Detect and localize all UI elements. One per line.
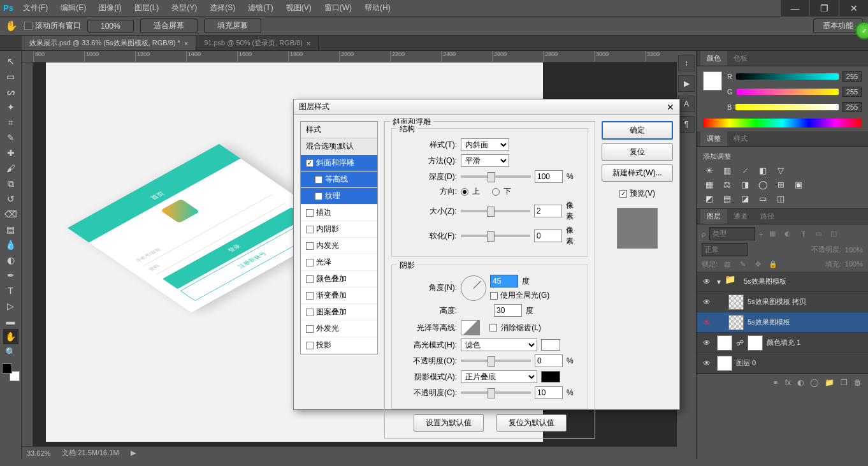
channels-tab[interactable]: 通道 [727,209,754,224]
new-layer-icon[interactable]: ❐ [841,378,848,387]
shape-tool[interactable]: ▬ [3,314,18,329]
mask-icon[interactable]: ◐ [797,378,804,387]
marquee-tool[interactable]: ▭ [3,69,18,84]
g-slider[interactable] [737,89,839,95]
eraser-tool[interactable]: ⌫ [3,207,18,222]
sync-badge[interactable]: ✓ [855,22,868,40]
highlight-opacity-input[interactable] [535,354,563,367]
fill-value[interactable]: 100% [845,260,863,268]
vibrance-icon[interactable]: ▽ [774,165,787,175]
fg-color-swatch[interactable] [2,363,12,374]
checkbox-icon[interactable] [306,242,314,250]
highlight-opacity-slider[interactable] [461,360,531,362]
layer-filter-kind[interactable]: 类型 [709,227,755,240]
pen-tool[interactable]: ✒ [3,268,18,283]
menu-file[interactable]: 文件(F) [17,3,54,13]
exposure-icon[interactable]: ◧ [756,165,769,175]
adjust-layer-icon[interactable]: ◯ [810,378,818,387]
layer-row[interactable]: 👁5s效果图模板 [697,312,868,333]
visibility-icon[interactable]: 👁 [700,359,713,368]
filter-shape-icon[interactable]: ▭ [813,229,824,239]
posterize-icon[interactable]: ▤ [721,193,734,203]
style-bevel[interactable]: 斜面和浮雕 [301,155,377,171]
ok-button[interactable]: 确定 [602,121,673,140]
fit-screen-button[interactable]: 适合屏幕 [140,18,198,33]
b-slider[interactable] [735,104,839,110]
close-icon[interactable]: × [184,40,188,47]
styles-header[interactable]: 样式 [301,122,377,138]
filter-type-icon[interactable]: T [797,229,809,239]
lock-all-icon[interactable]: 🔒 [767,259,779,269]
zoom-tool[interactable]: 🔍 [3,344,18,360]
trash-icon[interactable]: 🗑 [854,378,862,387]
menu-view[interactable]: 视图(V) [280,3,318,13]
hand-tool[interactable]: ✋ [3,329,18,344]
heal-tool[interactable]: ✚ [3,145,18,161]
menu-window[interactable]: 窗口(W) [318,3,358,13]
style-blending[interactable]: 混合选项:默认 [301,138,377,155]
gradient-tool[interactable]: ▤ [3,222,18,237]
lock-pixels-icon[interactable]: ✎ [737,259,748,269]
color-tab[interactable]: 颜色 [700,51,727,66]
eyedropper-tool[interactable]: ✎ [3,130,18,145]
menu-layer[interactable]: 图层(L) [128,3,166,13]
angle-dial[interactable] [461,275,486,301]
doc-tab-1[interactable]: 效果展示.psd @ 33.6% (5s效果图模板, RGB/8) *× [22,36,196,50]
menu-type[interactable]: 类型(Y) [165,3,203,13]
shadow-opacity-slider[interactable] [461,391,531,394]
r-slider[interactable] [736,73,839,80]
blur-tool[interactable]: 💧 [3,237,18,252]
photo-filter-icon[interactable]: ◯ [756,179,769,189]
layer-row[interactable]: 👁☍颜色填充 1 [697,333,868,353]
lasso-tool[interactable]: ᔕ [3,84,18,99]
lock-trans-icon[interactable]: ▨ [721,259,733,269]
menu-edit[interactable]: 编辑(E) [54,3,92,13]
bw-icon[interactable]: ◨ [739,179,751,189]
fx-icon[interactable]: fx [785,378,791,387]
direction-down-radio[interactable] [492,188,500,196]
history-brush-tool[interactable]: ↺ [3,191,18,207]
style-contour[interactable]: 等高线 [301,171,377,188]
altitude-input[interactable] [494,304,522,317]
path-select-tool[interactable]: ▷ [3,298,18,314]
actions-panel-icon[interactable]: ▶ [678,75,695,92]
gloss-contour-picker[interactable] [461,320,480,335]
antialias-checkbox[interactable] [489,324,497,331]
checkbox-icon[interactable] [306,342,314,349]
close-button[interactable]: ✕ [839,0,868,17]
visibility-icon[interactable]: 👁 [700,298,713,307]
para-panel-icon[interactable]: ¶ [678,116,695,133]
new-style-button[interactable]: 新建样式(W)... [602,164,673,182]
selective-icon[interactable]: ◫ [774,193,787,203]
history-panel-icon[interactable]: ↕ [678,55,695,71]
checkbox-icon[interactable] [306,159,314,167]
paths-tab[interactable]: 路径 [754,209,781,224]
minimize-button[interactable]: — [781,0,809,17]
checkbox-icon[interactable] [306,309,314,316]
chevron-down-icon[interactable]: ▾ [717,277,721,286]
style-satin[interactable]: 光泽 [301,254,377,271]
type-tool[interactable]: T [3,283,18,298]
swatches-tab[interactable]: 色板 [727,51,754,66]
shadow-opacity-input[interactable] [535,386,563,399]
lookup-icon[interactable]: ▣ [792,179,805,189]
adjustments-tab[interactable]: 调整 [700,131,727,146]
layers-tab[interactable]: 图层 [700,209,727,224]
style-outer-glow[interactable]: 外发光 [301,321,377,337]
color-spectrum[interactable] [703,119,862,127]
close-icon[interactable]: × [307,40,310,47]
char-panel-icon[interactable]: A [678,96,695,112]
levels-icon[interactable]: ▥ [721,165,734,175]
style-color-overlay[interactable]: 颜色叠加 [301,271,377,288]
preview-checkbox[interactable] [619,190,627,198]
shadow-color-swatch[interactable] [541,371,560,382]
opacity-value[interactable]: 100% [845,246,863,254]
balance-icon[interactable]: ⚖ [721,179,734,189]
lock-pos-icon[interactable]: ✥ [752,259,763,269]
cancel-button[interactable]: 复位 [602,143,673,161]
fill-screen-button[interactable]: 填充屏幕 [204,18,261,33]
checkbox-icon[interactable] [306,259,314,266]
highlight-mode-select[interactable]: 滤色 [461,339,537,351]
styles-tab[interactable]: 样式 [727,131,754,146]
layer-row[interactable]: 👁图层 0 [697,353,868,374]
